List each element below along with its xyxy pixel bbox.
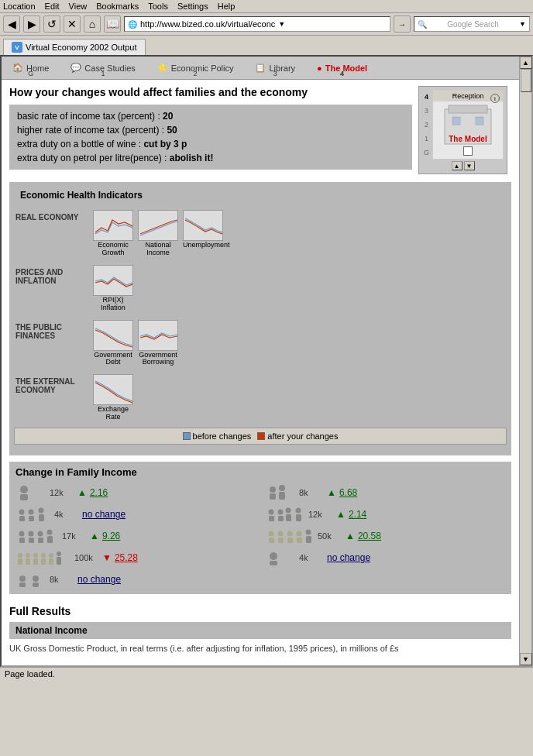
public-finances-row: THE PUBLIC FINANCES Government Debt xyxy=(14,318,507,369)
menu-bar: Location Edit View Bookmarks Tools Setti… xyxy=(0,0,533,13)
menu-view[interactable]: View xyxy=(69,2,88,11)
svg-point-35 xyxy=(38,531,43,537)
address-bar[interactable]: 🌐 http://www.bized.co.uk/virtual/econc ▼ xyxy=(124,16,390,32)
svg-rect-34 xyxy=(29,538,34,543)
arrow-down-4a: ▼ xyxy=(102,552,112,563)
family-change-4a[interactable]: 25.28 xyxy=(115,552,138,563)
menu-edit[interactable]: Edit xyxy=(45,2,60,11)
scroll-thumb[interactable] xyxy=(521,69,531,92)
level-2[interactable]: 2 xyxy=(423,118,430,132)
svg-point-45 xyxy=(297,531,302,537)
svg-rect-52 xyxy=(26,558,30,565)
svg-point-53 xyxy=(33,553,38,558)
family-row-2a: 4k no change xyxy=(15,504,256,524)
back-button[interactable]: ◀ xyxy=(3,15,20,33)
scroll-track[interactable] xyxy=(521,69,531,653)
model-info-button[interactable]: i xyxy=(490,94,500,103)
nav-library[interactable]: 📋 Library 3 xyxy=(244,60,306,76)
legend-before-box xyxy=(183,432,191,440)
nav-economic-policy[interactable]: ⭐ Economic Policy 2 xyxy=(146,60,245,76)
tab-favicon: V xyxy=(12,42,22,53)
status-bar: Page loaded. xyxy=(0,667,533,680)
govt-borrowing-chart: Government Borrowing xyxy=(138,320,178,367)
home-button[interactable]: ⌂ xyxy=(84,15,101,33)
menu-tools[interactable]: Tools xyxy=(148,2,168,11)
reload-button[interactable]: ↺ xyxy=(43,15,60,33)
search-dropdown[interactable]: ▼ xyxy=(519,20,526,28)
national-income-desc: UK Gross Domestic Product, in real terms… xyxy=(9,642,511,655)
stop-button[interactable]: ✕ xyxy=(64,15,81,33)
national-income-label: National Income xyxy=(138,242,178,257)
param-row-1: basic rate of income tax (percent) : 20 xyxy=(17,109,404,123)
param-value-1: 20 xyxy=(163,111,173,122)
family-change-3b[interactable]: 20.58 xyxy=(358,531,381,541)
svg-point-11 xyxy=(20,486,28,493)
menu-help[interactable]: Help xyxy=(218,2,236,11)
forward-button[interactable]: ▶ xyxy=(23,15,40,33)
level-g[interactable]: G xyxy=(422,146,431,160)
svg-rect-54 xyxy=(33,558,38,565)
bookmark-button[interactable]: 📖 xyxy=(104,15,121,33)
family-icon-2a xyxy=(15,506,51,523)
level-1[interactable]: 1 xyxy=(423,132,430,146)
level-up-button[interactable]: ▲ xyxy=(452,161,463,170)
arrow-up-1b: ▲ xyxy=(327,487,336,498)
nav-case-label: Case Studies xyxy=(84,64,135,73)
family-change-1a[interactable]: 2.16 xyxy=(90,487,108,498)
library-icon: 📋 xyxy=(255,63,266,73)
family-change-5a[interactable]: no change xyxy=(77,574,121,585)
toolbar: ◀ ▶ ↺ ✕ ⌂ 📖 🌐 http://www.bized.co.uk/vir… xyxy=(0,13,533,36)
family-amount-3b: 50k xyxy=(318,531,342,541)
content-layout: How your changes would affect families a… xyxy=(9,86,511,176)
search-box[interactable]: 🔍 Google Search ▼ xyxy=(414,16,530,32)
address-dropdown[interactable]: ▼ xyxy=(278,20,285,28)
family-change-1b[interactable]: 6.68 xyxy=(339,487,357,498)
model-label: The Model xyxy=(449,135,487,143)
menu-settings[interactable]: Settings xyxy=(177,2,208,11)
svg-rect-46 xyxy=(297,538,302,543)
svg-rect-14 xyxy=(270,493,276,500)
param-row-3: extra duty on a bottle of wine : cut by … xyxy=(17,137,404,151)
tab-bar: V Virtual Economy 2002 Output xyxy=(0,36,533,55)
nav-home[interactable]: 🏠 Home G xyxy=(2,60,60,76)
menu-location[interactable]: Location xyxy=(3,2,36,11)
govt-debt-label: Government Debt xyxy=(93,352,133,367)
scroll-down-button[interactable]: ▼ xyxy=(520,653,532,665)
nav-home-badge: G xyxy=(28,70,33,77)
scroll-up-button[interactable]: ▲ xyxy=(520,57,532,69)
economic-growth-label: Economic Growth xyxy=(93,242,133,257)
family-icon-3a xyxy=(15,527,59,545)
family-change-2a[interactable]: no change xyxy=(82,509,126,520)
browser-tab[interactable]: V Virtual Economy 2002 Output xyxy=(3,39,146,55)
family-change-4b[interactable]: no change xyxy=(327,552,370,563)
level-3[interactable]: 3 xyxy=(423,104,430,118)
svg-rect-66 xyxy=(33,582,39,587)
model-checkbox[interactable] xyxy=(463,146,473,156)
svg-rect-20 xyxy=(29,516,34,521)
family-amount-3a: 17k xyxy=(62,531,87,541)
nav-policy-label: Economic Policy xyxy=(171,64,234,73)
svg-point-15 xyxy=(279,485,285,491)
svg-rect-3 xyxy=(476,117,483,125)
govt-debt-mini-chart xyxy=(93,320,133,351)
go-button[interactable]: → xyxy=(394,15,411,33)
svg-rect-18 xyxy=(19,516,25,521)
family-change-2b[interactable]: 2.14 xyxy=(349,509,366,520)
level-4[interactable]: 4 xyxy=(423,90,430,104)
family-row-3a: 17k ▲ 9.26 xyxy=(15,526,256,546)
model-panel-area: 4 3 2 1 G Reception xyxy=(418,86,511,176)
svg-rect-48 xyxy=(306,536,311,543)
nav-case-studies[interactable]: 💬 Case Studies 1 xyxy=(60,60,146,76)
family-change-3a[interactable]: 9.26 xyxy=(102,531,120,541)
svg-point-63 xyxy=(19,576,26,582)
unemployment-label: Unemployment xyxy=(183,242,223,249)
menu-bookmarks[interactable]: Bookmarks xyxy=(96,2,139,11)
svg-rect-26 xyxy=(278,516,284,521)
nav-the-model[interactable]: ● The Model 4 xyxy=(306,60,378,76)
family-row-5a: 8k no change xyxy=(15,569,256,589)
family-row-1a: 12k ▲ 2.16 xyxy=(15,483,256,503)
status-text: Page loaded. xyxy=(5,669,55,679)
level-down-button[interactable]: ▼ xyxy=(464,161,475,170)
economic-growth-mini-chart xyxy=(93,210,133,241)
real-economy-row: REAL ECONOMY Economic Growth xyxy=(14,208,507,259)
